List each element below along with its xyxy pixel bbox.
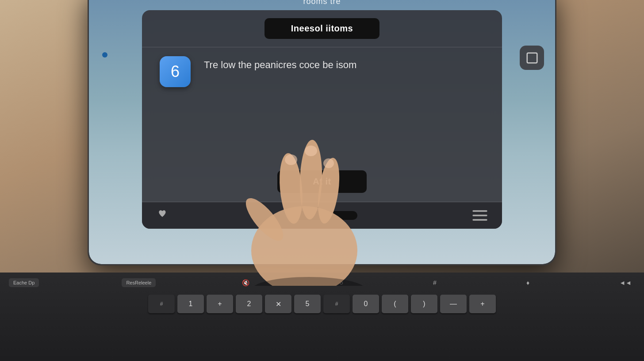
key-label: ResReleele	[126, 280, 151, 285]
dialog-description: Tre low the peanicres coce be isom	[204, 56, 484, 72]
dialog-actions: At it	[142, 166, 502, 202]
tablet-screen: rooms tre Ineesol iitoms 6	[89, 0, 555, 264]
dialog-bottom-bar	[142, 202, 502, 229]
key-rparen[interactable]: )	[411, 295, 437, 313]
key-2[interactable]: 2	[236, 295, 262, 313]
camera-dot	[102, 52, 107, 58]
key-resreleele[interactable]: ResReleele	[122, 278, 156, 287]
apple-logo-icon	[158, 209, 170, 222]
dialog-content: 6 Tre low the peanicres coce be isom	[142, 47, 502, 166]
key-0[interactable]: 0	[353, 295, 379, 313]
dialog-title-button[interactable]: Ineesol iitoms	[264, 18, 380, 39]
svg-rect-2	[472, 215, 487, 216]
keyboard-top-row: Eache Dp ResReleele 🔇 ○ # ♦ ◄◄	[0, 273, 644, 292]
app-icon-row: 6 Tre low the peanicres coce be isom	[160, 56, 484, 87]
square-icon	[525, 51, 539, 65]
svg-rect-1	[472, 210, 487, 211]
key-hash[interactable]: #	[429, 277, 440, 288]
key-label: Eache Dp	[13, 280, 34, 285]
key-mute[interactable]: 🔇	[238, 277, 253, 288]
dialog-modal: Ineesol iitoms 6 Tre low the peanicres c…	[142, 10, 502, 229]
bottom-right-icon	[471, 207, 489, 224]
app-icon-number: 6	[171, 62, 180, 81]
key-lparen[interactable]: (	[382, 295, 408, 313]
key-minus[interactable]: —	[440, 295, 467, 313]
keyboard-area: Eache Dp ResReleele 🔇 ○ # ♦ ◄◄ # 1 + 2 ✕…	[0, 273, 644, 361]
app-icon: 6	[160, 56, 191, 87]
key-rewind[interactable]: ◄◄	[616, 277, 635, 288]
key-hash-sym[interactable]: #	[148, 295, 175, 313]
square-button[interactable]	[520, 46, 544, 70]
key-hash-2[interactable]: #	[323, 295, 350, 313]
action-button[interactable]: At it	[277, 170, 366, 193]
topbar-text: rooms tre	[303, 0, 341, 6]
tablet-device: rooms tre Ineesol iitoms 6	[88, 0, 556, 265]
svg-rect-0	[527, 53, 537, 63]
bars-icon	[471, 207, 489, 224]
bottom-center-button[interactable]	[287, 211, 357, 220]
key-5[interactable]: 5	[294, 295, 321, 313]
key-plus-1[interactable]: +	[207, 295, 233, 313]
key-diamond[interactable]: ♦	[523, 277, 533, 288]
key-1[interactable]: 1	[177, 295, 204, 313]
dialog-title-bar: Ineesol iitoms	[142, 10, 502, 47]
bottom-left-icon	[155, 207, 173, 224]
key-circle[interactable]: ○	[336, 277, 347, 288]
key-bachedp[interactable]: Eache Dp	[9, 278, 39, 287]
keyboard-main-row: # 1 + 2 ✕ 5 # 0 ( ) — +	[0, 292, 644, 315]
key-plus-2[interactable]: +	[469, 295, 496, 313]
svg-rect-3	[472, 219, 487, 220]
key-x[interactable]: ✕	[265, 295, 291, 313]
